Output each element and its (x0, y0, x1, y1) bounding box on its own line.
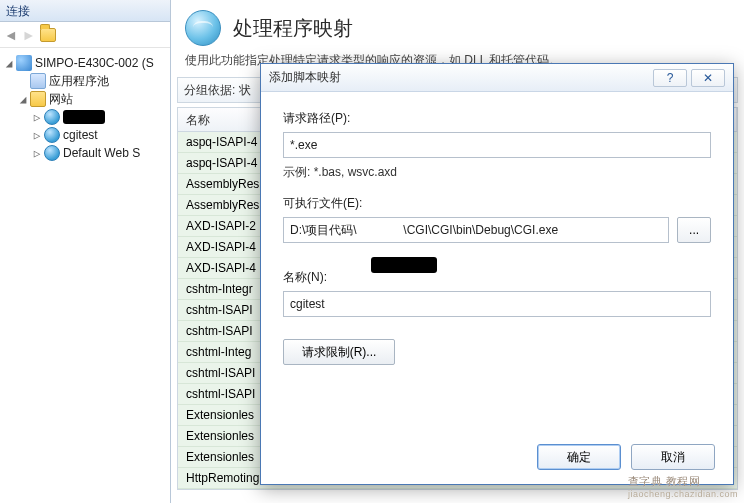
request-restrictions-button[interactable]: 请求限制(R)... (283, 339, 395, 365)
app-pools-icon (30, 73, 46, 89)
tree-site-item[interactable]: ▷ Default Web S (2, 144, 168, 162)
tree-server-node[interactable]: ◢ SIMPO-E430C-002 (S (2, 54, 168, 72)
tree-label: Default Web S (63, 146, 140, 160)
tree-label: 应用程序池 (49, 73, 109, 90)
group-by-value: 状 (239, 82, 251, 99)
redacted-path-segment (371, 257, 437, 273)
folder-icon[interactable] (40, 28, 56, 42)
sites-icon (30, 91, 46, 107)
tree-label: 网站 (49, 91, 73, 108)
page-title: 处理程序映射 (233, 15, 353, 42)
browse-button[interactable]: ... (677, 217, 711, 243)
request-path-label: 请求路径(P): (283, 110, 711, 127)
request-path-input[interactable] (283, 132, 711, 158)
connections-tree: ◢ SIMPO-E430C-002 (S 应用程序池 ◢ 网站 ▷ ▷ cgit… (0, 48, 170, 168)
watermark: 查字典 教程网 jiaocheng.chazidian.com (628, 474, 738, 499)
add-script-map-dialog: 添加脚本映射 ? ✕ 请求路径(P): 示例: *.bas, wsvc.axd … (260, 63, 734, 485)
dialog-titlebar[interactable]: 添加脚本映射 ? ✕ (261, 64, 733, 92)
forward-icon: ► (22, 27, 36, 43)
help-button[interactable]: ? (653, 69, 687, 87)
globe-icon (44, 145, 60, 161)
group-by-label: 分组依据: (184, 82, 235, 99)
watermark-line1: 查字典 教程网 (628, 475, 701, 487)
tree-site-item[interactable]: ▷ cgitest (2, 126, 168, 144)
close-button[interactable]: ✕ (691, 69, 725, 87)
executable-label: 可执行文件(E): (283, 195, 711, 212)
dialog-title-text: 添加脚本映射 (269, 69, 341, 86)
tree-site-item[interactable]: ▷ (2, 108, 168, 126)
tree-sites-node[interactable]: ◢ 网站 (2, 90, 168, 108)
globe-icon (44, 127, 60, 143)
name-label: 名称(N): (283, 269, 711, 286)
server-icon (16, 55, 32, 71)
handler-mappings-icon (185, 10, 221, 46)
cancel-button[interactable]: 取消 (631, 444, 715, 470)
connections-panel: 连接 ◄ ► ◢ SIMPO-E430C-002 (S 应用程序池 ◢ 网站 ▷… (0, 0, 171, 503)
connections-header: 连接 (0, 0, 170, 22)
tree-label: cgitest (63, 128, 98, 142)
tree-label: SIMPO-E430C-002 (S (35, 56, 154, 70)
tree-app-pools[interactable]: 应用程序池 (2, 72, 168, 90)
executable-input[interactable] (283, 217, 669, 243)
name-input[interactable] (283, 291, 711, 317)
globe-icon (44, 109, 60, 125)
redacted-label (63, 110, 105, 124)
back-icon[interactable]: ◄ (4, 27, 18, 43)
connections-toolbar: ◄ ► (0, 22, 170, 48)
request-path-hint: 示例: *.bas, wsvc.axd (283, 164, 711, 181)
watermark-line2: jiaocheng.chazidian.com (628, 489, 738, 499)
ok-button[interactable]: 确定 (537, 444, 621, 470)
